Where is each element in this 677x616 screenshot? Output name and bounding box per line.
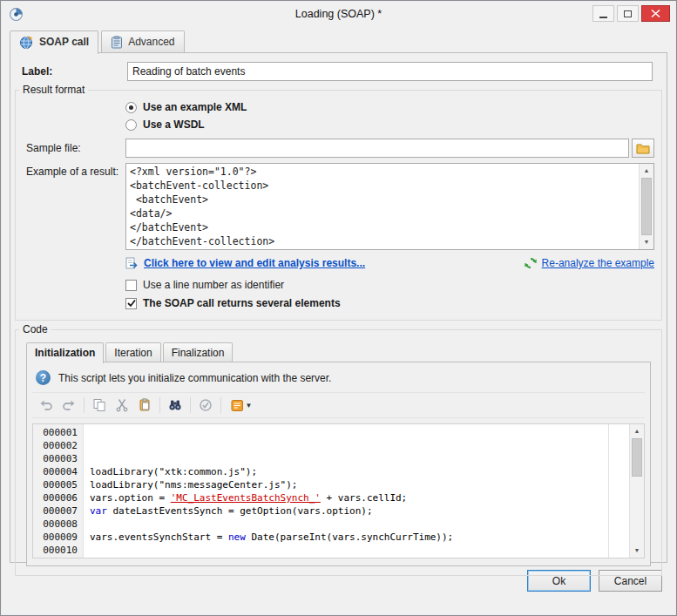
label-row: Label: [10,62,653,81]
main-tabstrip: SOAP call Advanced [10,30,676,52]
radio-icon [125,102,137,113]
copy-icon [92,398,106,412]
radio-use-wsdl[interactable]: Use a WSDL [125,118,654,131]
minimize-button[interactable] [592,5,614,22]
chevron-down-icon: ▼ [246,402,253,410]
tab-advanced[interactable]: Advanced [101,30,184,52]
checkbox-several-elements[interactable]: The SOAP call returns several elements [125,297,654,309]
code-tabstrip: Initialization Iteration Finalization [26,342,654,362]
toolbar-separator [220,397,221,413]
label-caption: Label: [10,65,127,78]
tab-iteration[interactable]: Iteration [105,342,160,362]
tab-initialization[interactable]: Initialization [26,342,104,363]
close-button[interactable] [641,5,670,22]
toolbar-separator [159,397,160,413]
paste-icon [138,398,152,412]
help-icon: ? [36,370,51,385]
window-title: Loading (SOAP) * [1,8,676,20]
titlebar: Loading (SOAP) * [1,1,676,27]
tab-soap-call-label: SOAP call [39,36,89,48]
checkbox-icon-unchecked [125,280,137,291]
tab-iteration-label: Iteration [114,347,152,359]
advanced-clipboard-icon [111,36,123,49]
code-group: Code Initialization Iteration Finalizati… [15,329,662,576]
analysis-results-link[interactable]: Click here to view and edit analysis res… [144,257,365,269]
tab-advanced-label: Advanced [128,36,174,48]
cut-icon [115,398,129,412]
radio-use-wsdl-label: Use a WSDL [143,118,205,131]
find-icon [168,398,182,412]
example-xml-box: <?xml version="1.0"?> <batchEvent-collec… [125,163,654,250]
code-text[interactable]: loadLibrary("xtk:common.js");loadLibrary… [84,424,629,558]
code-gutter: 0000010000020000030000040000050000060000… [33,424,84,558]
checkbox-line-number[interactable]: Use a line number as identifier [125,279,654,291]
paste-button[interactable] [134,396,155,415]
example-caption: Example of a result: [23,163,125,178]
scroll-up-icon[interactable]: ▲ [630,424,644,438]
scroll-down-icon[interactable]: ▼ [640,235,653,249]
tab-soap-call[interactable]: SOAP call [10,30,98,54]
redo-icon [62,398,76,412]
redo-button[interactable] [58,396,79,415]
analysis-results-icon [125,257,139,269]
find-button[interactable] [165,396,186,415]
app-icon[interactable] [9,7,24,22]
copy-button[interactable] [89,396,110,415]
scroll-track [630,438,644,544]
check-icon [127,299,136,308]
checkbox-icon-checked [125,298,137,309]
validate-icon [199,398,213,412]
undo-icon [39,398,53,412]
script-options-icon [231,399,244,412]
label-input[interactable] [127,62,653,81]
editor-scrollbar[interactable]: ▲ ▼ [629,424,644,558]
radio-use-example-xml[interactable]: Use an example XML [125,101,654,113]
minimize-icon [599,17,607,18]
code-panel: ? This script lets you initialize commun… [26,362,651,566]
script-options-button[interactable]: ▼ [226,396,257,415]
soap-call-panel: Label: Result format Use an example XML … [10,52,667,563]
result-format-legend: Result format [19,84,88,96]
script-info-row: ? This script lets you initialize commun… [32,369,645,392]
edge-line [608,424,609,558]
tab-initialization-label: Initialization [35,347,95,359]
script-info-text: This script lets you initialize communic… [58,372,331,384]
scroll-down-icon[interactable]: ▼ [630,544,644,558]
scroll-track [640,178,653,235]
code-legend: Code [19,323,51,335]
scroll-up-icon[interactable]: ▲ [640,164,653,178]
sample-file-caption: Sample file: [23,142,125,154]
ok-button-label: Ok [552,575,565,587]
sample-file-row: Sample file: [23,139,654,158]
reanalyze-icon [525,257,537,269]
soap-globe-icon [19,35,34,50]
maximize-button[interactable] [617,5,639,22]
cut-button[interactable] [112,396,132,415]
undo-button[interactable] [36,396,57,415]
result-format-group: Result format Use an example XML Use a W… [15,90,662,321]
toolbar-separator [84,397,85,413]
scroll-thumb[interactable] [641,178,652,235]
toolbar-separator [190,397,191,413]
example-scrollbar[interactable]: ▲ ▼ [639,164,653,249]
browse-file-button[interactable] [632,139,654,158]
code-lines: loadLibrary("xtk:common.js");loadLibrary… [90,465,629,558]
checkbox-several-elements-label: The SOAP call returns several elements [143,297,341,309]
radio-use-example-xml-label: Use an example XML [143,101,247,113]
window-controls [592,5,670,22]
validate-button[interactable] [195,396,216,415]
example-row: Example of a result: <?xml version="1.0"… [23,163,654,250]
maximize-icon [624,10,632,17]
dialog-window: Loading (SOAP) * SOAP call [0,0,677,616]
radio-icon [125,119,137,131]
tab-finalization[interactable]: Finalization [163,342,234,362]
sample-file-input[interactable] [125,139,629,158]
reanalyze-link[interactable]: Re-analyze the example [542,257,654,269]
folder-icon [636,143,650,154]
example-xml-text[interactable]: <?xml version="1.0"?> <batchEvent-collec… [126,164,639,249]
checkbox-line-number-label: Use a line number as identifier [143,279,284,291]
tab-finalization-label: Finalization [172,347,225,359]
scroll-thumb[interactable] [632,438,642,477]
cancel-button-label: Cancel [614,575,647,587]
editor-toolbar: ▼ [32,392,645,418]
